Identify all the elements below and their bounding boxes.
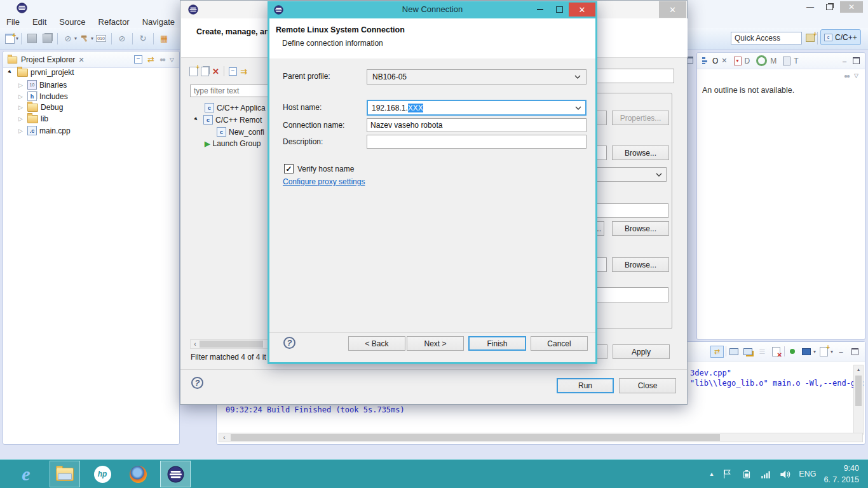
taskbar-firefox-icon[interactable] xyxy=(123,461,153,487)
view-toolbar-dots-icon[interactable]: ●● xyxy=(844,72,849,79)
close-icon[interactable]: ✕ xyxy=(569,3,595,17)
perspective-button-cpp[interactable]: c C/C++ xyxy=(820,29,861,45)
display-selected-console-icon[interactable] xyxy=(801,346,813,357)
tab-memory[interactable]: M xyxy=(754,53,779,69)
collapse-all-icon[interactable]: − xyxy=(134,55,142,64)
filter-input[interactable]: type filter text xyxy=(190,85,269,97)
checkbox-checked-icon[interactable]: ✓ xyxy=(284,164,294,173)
tab-documents[interactable]: ▼ D xyxy=(731,54,753,68)
lock-console-icon[interactable] xyxy=(742,346,754,357)
menu-edit[interactable]: Edit xyxy=(26,16,53,28)
tree-item-includes[interactable]: ▷ h Includes xyxy=(18,92,68,101)
menu-source[interactable]: Source xyxy=(53,16,92,28)
help-icon[interactable]: ? xyxy=(191,377,203,389)
taskbar-hp-icon[interactable]: hp xyxy=(88,461,117,487)
config-cpp-remote[interactable]: ▸ cC/C++ Remot xyxy=(194,115,262,125)
menu-refactor[interactable]: Refactor xyxy=(92,16,136,28)
tree-item-debug[interactable]: ▷ Debug xyxy=(18,103,63,112)
tray-language[interactable]: ENG xyxy=(799,470,816,478)
view-menu-icon[interactable]: ▽ xyxy=(854,72,858,79)
scroll-up-icon[interactable]: ▴ xyxy=(854,365,863,374)
save-icon[interactable] xyxy=(25,32,39,46)
skip-breakpoints-dropdown-icon[interactable]: ▾ xyxy=(74,36,77,41)
properties-button[interactable]: Properties... xyxy=(612,111,669,125)
help-icon[interactable]: ? xyxy=(283,337,295,349)
collapse-all-icon[interactable]: − xyxy=(229,67,237,76)
duplicate-config-icon[interactable] xyxy=(201,67,209,76)
tree-item-maincpp[interactable]: ▷ .c main.cpp xyxy=(18,126,71,135)
tab-project-explorer[interactable]: Project Explorer ✕ xyxy=(3,53,90,66)
collapsed-arrow-icon[interactable]: ▷ xyxy=(18,82,25,88)
clear-console-icon[interactable]: ✕ xyxy=(770,346,782,357)
restore-icon[interactable] xyxy=(821,1,837,13)
taskbar-explorer-icon[interactable] xyxy=(50,461,80,487)
scroll-left-icon[interactable]: ‹ xyxy=(219,434,229,441)
menu-file[interactable]: File xyxy=(0,16,26,28)
minimize-view-icon[interactable]: – xyxy=(835,346,847,357)
tray-battery-icon[interactable] xyxy=(741,468,752,480)
console-dropdown-icon[interactable]: ▾ xyxy=(813,349,816,355)
close-icon[interactable]: ✕ xyxy=(659,1,686,18)
config-hscrollbar[interactable]: ‹ xyxy=(190,339,269,349)
config-cpp-application[interactable]: cC/C++ Applica xyxy=(205,103,266,112)
browse-button[interactable]: Browse... xyxy=(612,257,669,272)
connection-name-input[interactable]: Nazev vaseho robota xyxy=(367,118,587,132)
close-button[interactable]: Close xyxy=(619,378,676,393)
console-grid-icon[interactable]: ▦ xyxy=(157,32,171,46)
tray-network-signal-icon[interactable] xyxy=(760,468,771,480)
description-input[interactable] xyxy=(367,135,587,149)
binary-icon[interactable]: 010 xyxy=(94,32,108,46)
collapsed-arrow-icon[interactable]: ▷ xyxy=(18,128,25,134)
skip-breakpoints-icon[interactable]: ⊘ xyxy=(61,32,75,46)
view-toolbar-dots-icon[interactable]: ●● xyxy=(159,56,165,63)
maximize-icon[interactable] xyxy=(550,3,569,17)
taskbar-ie-icon[interactable]: e xyxy=(11,461,41,487)
parent-profile-combo[interactable]: NB106-05 xyxy=(367,69,587,85)
config-launch-group[interactable]: ▶Launch Group xyxy=(205,139,261,148)
taskbar-eclipse-icon[interactable] xyxy=(160,461,191,487)
open-console-icon[interactable]: + xyxy=(818,346,830,357)
open-perspective-icon[interactable]: + xyxy=(803,30,817,44)
filter-configs-icon[interactable]: ⇉ xyxy=(240,67,247,76)
save-all-icon[interactable] xyxy=(40,32,54,46)
configure-proxy-link[interactable]: Configure proxy settings xyxy=(283,177,365,186)
host-name-combo[interactable]: 192.168.1.XXX xyxy=(367,100,587,116)
open-console-dropdown-icon[interactable]: ▾ xyxy=(831,349,833,355)
minimize-icon[interactable]: — xyxy=(802,1,818,13)
search-disabled-icon[interactable]: ⊘ xyxy=(115,32,129,46)
new-wizard-dropdown-icon[interactable]: ▾ xyxy=(16,36,18,41)
tray-volume-icon[interactable] xyxy=(779,468,791,480)
tab-close-icon[interactable]: ✕ xyxy=(721,57,727,65)
new-launch-config-icon[interactable]: + xyxy=(189,67,198,76)
pin-console-icon[interactable] xyxy=(787,346,799,357)
collapsed-arrow-icon[interactable]: ▷ xyxy=(18,104,25,111)
clear-lines-icon[interactable]: ☰ xyxy=(756,346,768,357)
browse-button[interactable]: Browse... xyxy=(612,146,669,160)
back-button[interactable]: < Back xyxy=(348,336,405,351)
close-icon[interactable]: ✕ xyxy=(840,1,863,13)
new-wizard-icon[interactable]: + xyxy=(3,32,17,46)
tray-show-hidden-icon[interactable]: ▲ xyxy=(709,471,714,477)
show-console-on-change-icon[interactable]: ⇄ xyxy=(710,346,724,358)
browse-button[interactable]: Browse... xyxy=(612,221,669,236)
run-button[interactable]: Run xyxy=(557,378,614,393)
maximize-view-icon[interactable] xyxy=(849,346,861,357)
maximize-view-icon[interactable] xyxy=(853,57,860,64)
console-vscrollbar[interactable]: ▴ xyxy=(853,365,864,435)
collapsed-arrow-icon[interactable]: ▷ xyxy=(18,116,25,122)
cancel-button[interactable]: Cancel xyxy=(531,336,588,351)
build-hammer-icon[interactable] xyxy=(78,32,92,46)
tree-item-lib[interactable]: ▷ lib xyxy=(18,114,48,123)
tray-clock[interactable]: 9:406. 7. 2015 xyxy=(824,463,859,485)
verify-host-checkbox[interactable]: ✓ Verify host name xyxy=(284,164,354,173)
tab-outline[interactable]: O ✕ xyxy=(700,54,730,68)
minimize-icon[interactable] xyxy=(531,3,550,17)
minimize-view-icon[interactable]: – xyxy=(843,57,846,65)
tree-item-binaries[interactable]: ▷ 10 Binaries xyxy=(18,80,67,90)
console-hscrollbar[interactable]: ‹ xyxy=(219,433,863,442)
tree-item-project[interactable]: ▸ prvni_projekt xyxy=(8,68,74,77)
display-consoles-icon[interactable] xyxy=(728,346,740,357)
link-with-editor-icon[interactable]: ⇄ xyxy=(147,55,154,64)
finish-button[interactable]: Finish xyxy=(468,336,526,351)
expanded-arrow-icon[interactable]: ▸ xyxy=(193,115,203,125)
